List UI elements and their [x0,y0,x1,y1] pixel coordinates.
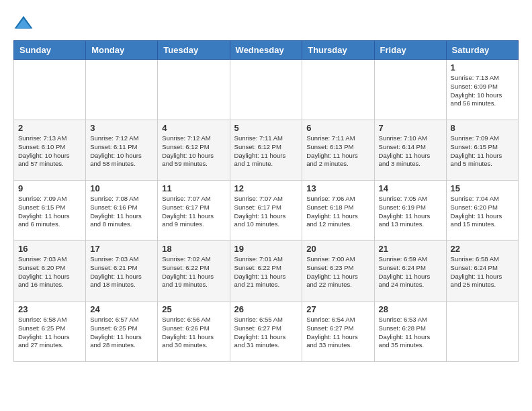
day-number: 23 [18,304,81,314]
day-info: Sunrise: 7:09 AM Sunset: 6:15 PM Dayligh… [451,134,514,169]
day-cell [158,60,230,120]
day-cell: 17Sunrise: 7:03 AM Sunset: 6:21 PM Dayli… [86,241,158,302]
day-number: 12 [234,183,298,193]
header-monday: Monday [86,41,158,60]
day-info: Sunrise: 7:02 AM Sunset: 6:22 PM Dayligh… [162,255,225,289]
week-row-2: 2Sunrise: 7:13 AM Sunset: 6:10 PM Daylig… [14,120,519,181]
day-cell [230,60,302,120]
day-number: 20 [306,244,369,254]
day-cell: 15Sunrise: 7:04 AM Sunset: 6:20 PM Dayli… [446,181,518,241]
day-number: 5 [234,123,298,133]
day-cell [14,60,86,120]
day-info: Sunrise: 7:03 AM Sunset: 6:21 PM Dayligh… [90,255,153,289]
day-info: Sunrise: 7:07 AM Sunset: 6:17 PM Dayligh… [234,195,298,229]
day-cell: 3Sunrise: 7:12 AM Sunset: 6:11 PM Daylig… [86,120,158,181]
day-number: 9 [18,183,81,193]
day-info: Sunrise: 6:57 AM Sunset: 6:25 PM Dayligh… [90,316,153,350]
day-cell: 22Sunrise: 6:58 AM Sunset: 6:24 PM Dayli… [446,241,518,302]
day-info: Sunrise: 6:55 AM Sunset: 6:27 PM Dayligh… [234,316,298,350]
day-cell: 8Sunrise: 7:09 AM Sunset: 6:15 PM Daylig… [446,120,518,181]
day-info: Sunrise: 6:58 AM Sunset: 6:24 PM Dayligh… [451,255,514,289]
day-cell: 13Sunrise: 7:06 AM Sunset: 6:18 PM Dayli… [302,181,374,241]
day-number: 14 [379,183,442,193]
day-info: Sunrise: 7:01 AM Sunset: 6:22 PM Dayligh… [234,255,298,289]
day-cell [302,60,374,120]
header-tuesday: Tuesday [158,41,230,60]
day-number: 1 [451,62,514,73]
day-cell: 20Sunrise: 7:00 AM Sunset: 6:23 PM Dayli… [302,241,374,302]
day-cell: 26Sunrise: 6:55 AM Sunset: 6:27 PM Dayli… [230,302,302,362]
day-cell: 11Sunrise: 7:07 AM Sunset: 6:17 PM Dayli… [158,181,230,241]
day-number: 7 [379,123,442,133]
day-cell [446,302,518,362]
day-cell: 18Sunrise: 7:02 AM Sunset: 6:22 PM Dayli… [158,241,230,302]
day-number: 11 [162,183,225,193]
day-cell: 7Sunrise: 7:10 AM Sunset: 6:14 PM Daylig… [374,120,446,181]
day-info: Sunrise: 7:09 AM Sunset: 6:15 PM Dayligh… [18,195,81,229]
day-info: Sunrise: 6:56 AM Sunset: 6:26 PM Dayligh… [162,316,225,350]
day-cell: 24Sunrise: 6:57 AM Sunset: 6:25 PM Dayli… [86,302,158,362]
logo [13,13,36,34]
day-number: 26 [234,304,298,314]
day-info: Sunrise: 7:00 AM Sunset: 6:23 PM Dayligh… [306,255,369,289]
day-info: Sunrise: 6:54 AM Sunset: 6:27 PM Dayligh… [306,316,369,350]
day-info: Sunrise: 7:08 AM Sunset: 6:16 PM Dayligh… [90,195,153,229]
day-cell: 5Sunrise: 7:11 AM Sunset: 6:12 PM Daylig… [230,120,302,181]
day-cell [374,60,446,120]
day-number: 27 [306,304,369,314]
header-sunday: Sunday [14,41,86,60]
day-info: Sunrise: 6:53 AM Sunset: 6:28 PM Dayligh… [379,316,442,350]
day-number: 21 [379,244,442,254]
day-cell: 28Sunrise: 6:53 AM Sunset: 6:28 PM Dayli… [374,302,446,362]
day-number: 18 [162,244,225,254]
day-number: 19 [234,244,298,254]
day-number: 25 [162,304,225,314]
header-saturday: Saturday [446,41,518,60]
header-friday: Friday [374,41,446,60]
day-number: 13 [306,183,369,193]
day-cell [86,60,158,120]
day-number: 8 [451,123,514,133]
day-cell: 14Sunrise: 7:05 AM Sunset: 6:19 PM Dayli… [374,181,446,241]
header [13,13,519,34]
day-info: Sunrise: 6:59 AM Sunset: 6:24 PM Dayligh… [379,255,442,289]
day-info: Sunrise: 7:06 AM Sunset: 6:18 PM Dayligh… [306,195,369,229]
day-cell: 4Sunrise: 7:12 AM Sunset: 6:12 PM Daylig… [158,120,230,181]
day-cell: 23Sunrise: 6:58 AM Sunset: 6:25 PM Dayli… [14,302,86,362]
day-cell: 2Sunrise: 7:13 AM Sunset: 6:10 PM Daylig… [14,120,86,181]
week-row-1: 1Sunrise: 7:13 AM Sunset: 6:09 PM Daylig… [14,60,519,120]
day-number: 10 [90,183,153,193]
day-cell: 9Sunrise: 7:09 AM Sunset: 6:15 PM Daylig… [14,181,86,241]
day-cell: 25Sunrise: 6:56 AM Sunset: 6:26 PM Dayli… [158,302,230,362]
day-number: 22 [451,244,514,254]
day-info: Sunrise: 7:07 AM Sunset: 6:17 PM Dayligh… [162,195,225,229]
day-cell: 19Sunrise: 7:01 AM Sunset: 6:22 PM Dayli… [230,241,302,302]
week-row-5: 23Sunrise: 6:58 AM Sunset: 6:25 PM Dayli… [14,302,519,362]
day-number: 17 [90,244,153,254]
day-number: 28 [379,304,442,314]
day-info: Sunrise: 7:11 AM Sunset: 6:13 PM Dayligh… [306,134,369,169]
day-number: 3 [90,123,153,133]
logo-icon [13,13,34,34]
calendar-table: SundayMondayTuesdayWednesdayThursdayFrid… [13,40,519,362]
week-row-3: 9Sunrise: 7:09 AM Sunset: 6:15 PM Daylig… [14,181,519,241]
day-info: Sunrise: 6:58 AM Sunset: 6:25 PM Dayligh… [18,316,81,350]
header-wednesday: Wednesday [230,41,302,60]
day-number: 16 [18,244,81,254]
day-info: Sunrise: 7:05 AM Sunset: 6:19 PM Dayligh… [379,195,442,229]
day-number: 6 [306,123,369,133]
day-number: 4 [162,123,225,133]
day-info: Sunrise: 7:03 AM Sunset: 6:20 PM Dayligh… [18,255,81,289]
header-thursday: Thursday [302,41,374,60]
day-number: 24 [90,304,153,314]
week-row-4: 16Sunrise: 7:03 AM Sunset: 6:20 PM Dayli… [14,241,519,302]
day-info: Sunrise: 7:13 AM Sunset: 6:09 PM Dayligh… [451,74,514,108]
day-cell: 1Sunrise: 7:13 AM Sunset: 6:09 PM Daylig… [446,60,518,120]
day-info: Sunrise: 7:04 AM Sunset: 6:20 PM Dayligh… [451,195,514,229]
day-cell: 6Sunrise: 7:11 AM Sunset: 6:13 PM Daylig… [302,120,374,181]
day-cell: 16Sunrise: 7:03 AM Sunset: 6:20 PM Dayli… [14,241,86,302]
day-info: Sunrise: 7:12 AM Sunset: 6:12 PM Dayligh… [162,134,225,169]
day-number: 15 [451,183,514,193]
day-info: Sunrise: 7:13 AM Sunset: 6:10 PM Dayligh… [18,134,81,169]
day-number: 2 [18,123,81,133]
